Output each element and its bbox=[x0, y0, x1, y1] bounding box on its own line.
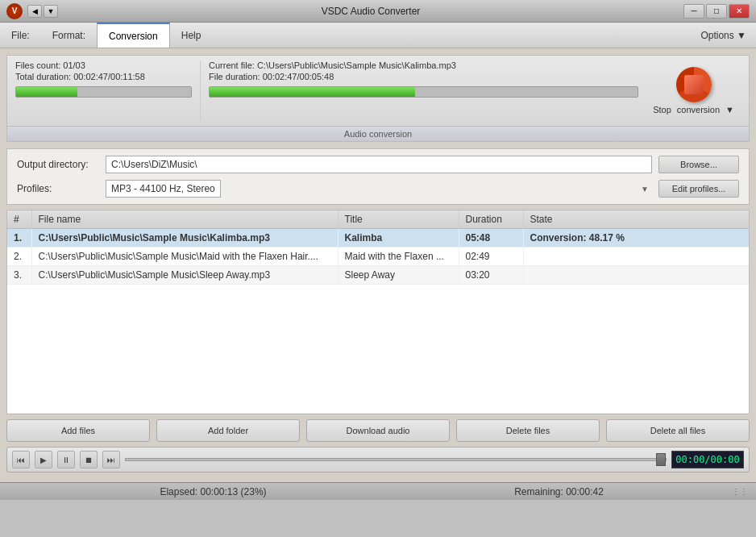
cell-filename: C:\Users\Public\Music\Sample Music\Sleep… bbox=[31, 266, 338, 285]
cell-state bbox=[523, 248, 749, 266]
window-controls: ─ □ ✕ bbox=[683, 4, 750, 19]
title-bar: V ◀ ▼ VSDC Audio Converter ─ □ ✕ bbox=[0, 0, 756, 23]
menu-item-help[interactable]: Help bbox=[170, 23, 213, 48]
output-dir-row: Output directory: Browse... bbox=[17, 156, 739, 173]
quick-access-dropdown[interactable]: ▼ bbox=[44, 5, 58, 18]
file-progress-fill bbox=[210, 87, 415, 97]
info-bar: Files count: 01/03 Total duration: 00:02… bbox=[6, 55, 750, 127]
cell-num: 1. bbox=[7, 229, 31, 248]
file-progress-container bbox=[209, 86, 638, 98]
cell-duration: 03:20 bbox=[459, 266, 523, 285]
col-header-title: Title bbox=[338, 210, 459, 229]
cell-title: Maid with the Flaxen ... bbox=[338, 248, 459, 266]
cell-title: Kalimba bbox=[338, 229, 459, 248]
table-row[interactable]: 1. C:\Users\Public\Music\Sample Music\Ka… bbox=[7, 229, 749, 248]
table-body: 1. C:\Users\Public\Music\Sample Music\Ka… bbox=[7, 229, 749, 414]
info-center: Current file: C:\Users\Public\Music\Samp… bbox=[201, 60, 646, 121]
menu-item-format[interactable]: Format: bbox=[41, 23, 97, 48]
cell-num: 2. bbox=[7, 248, 31, 266]
current-file-label: Current file: C:\Users\Public\Music\Samp… bbox=[209, 60, 638, 70]
select-arrow-icon: ▼ bbox=[641, 185, 649, 194]
output-dir-label: Output directory: bbox=[17, 159, 106, 170]
playback-bar: ⏮ ▶ ⏸ ⏹ ⏭ 00:00/00:00 bbox=[6, 447, 750, 472]
quick-access: ◀ ▼ bbox=[27, 5, 58, 18]
resize-grip[interactable]: ⋮⋮ bbox=[732, 487, 748, 496]
menu-item-file[interactable]: File: bbox=[0, 23, 41, 48]
profiles-select-wrapper: MP3 - 44100 Hz, Stereo ▼ bbox=[106, 180, 652, 198]
file-duration-label: File duration: 00:02:47/00:05:48 bbox=[209, 72, 638, 81]
stop-button[interactable]: ⏹ bbox=[80, 451, 98, 468]
forward-button[interactable]: ⏭ bbox=[102, 451, 120, 468]
menu-bar: File: Format: Conversion Help Options ▼ bbox=[0, 23, 756, 48]
seek-bar[interactable] bbox=[125, 458, 667, 461]
form-area: Output directory: Browse... Profiles: MP… bbox=[6, 148, 750, 205]
options-button[interactable]: Options ▼ bbox=[691, 27, 756, 44]
table-header: # File name Title Duration State bbox=[7, 210, 749, 229]
cell-duration: 05:48 bbox=[459, 229, 523, 248]
add-folder-button[interactable]: Add folder bbox=[156, 419, 300, 442]
edit-profiles-button[interactable]: Edit profiles... bbox=[658, 180, 739, 198]
delete-all-files-button[interactable]: Delete all files bbox=[606, 419, 750, 442]
cell-filename: C:\Users\Public\Music\Sample Music\Maid … bbox=[31, 248, 338, 266]
col-header-duration: Duration bbox=[459, 210, 523, 229]
info-left: Files count: 01/03 Total duration: 00:02… bbox=[15, 60, 201, 121]
stop-conversion-button[interactable]: Stop conversion ▼ bbox=[650, 64, 737, 118]
col-header-num: # bbox=[7, 210, 31, 229]
cell-num: 3. bbox=[7, 266, 31, 285]
profiles-label: Profiles: bbox=[17, 183, 106, 194]
menu-item-conversion[interactable]: Conversion bbox=[97, 23, 170, 48]
files-count-label: Files count: 01/03 bbox=[15, 60, 192, 70]
browse-button[interactable]: Browse... bbox=[658, 156, 739, 173]
add-files-button[interactable]: Add files bbox=[6, 419, 150, 442]
status-bar: Elapsed: 00:00:13 (23%) Remaining: 00:00… bbox=[0, 482, 756, 500]
col-header-filename: File name bbox=[31, 210, 338, 229]
cell-state: Conversion: 48.17 % bbox=[523, 229, 749, 248]
files-table-container: # File name Title Duration State 1. C:\U… bbox=[6, 210, 750, 414]
table-row[interactable]: 3. C:\Users\Public\Music\Sample Music\Sl… bbox=[7, 266, 749, 285]
maximize-button[interactable]: □ bbox=[706, 4, 727, 19]
cell-state bbox=[523, 266, 749, 285]
download-audio-button[interactable]: Download audio bbox=[306, 419, 450, 442]
minimize-button[interactable]: ─ bbox=[683, 4, 704, 19]
title-bar-left: V ◀ ▼ bbox=[6, 3, 58, 19]
remaining-label: Remaining: 00:00:42 bbox=[386, 486, 732, 497]
elapsed-label: Elapsed: 00:00:13 (23%) bbox=[40, 486, 386, 497]
output-dir-input[interactable] bbox=[106, 156, 652, 173]
profiles-select[interactable]: MP3 - 44100 Hz, Stereo bbox=[106, 180, 221, 198]
file-progress-bg bbox=[209, 86, 638, 98]
files-table: # File name Title Duration State 1. C:\U… bbox=[7, 210, 749, 414]
col-header-state: State bbox=[523, 210, 749, 229]
app-icon: V bbox=[6, 3, 23, 19]
bottom-buttons: Add files Add folder Download audio Dele… bbox=[6, 419, 750, 442]
cell-duration: 02:49 bbox=[459, 248, 523, 266]
total-progress-fill bbox=[16, 87, 77, 97]
play-button[interactable]: ▶ bbox=[35, 451, 52, 468]
time-display: 00:00/00:00 bbox=[671, 451, 744, 468]
stop-conversion-area[interactable]: Stop conversion ▼ bbox=[646, 60, 741, 121]
profiles-row: Profiles: MP3 - 44100 Hz, Stereo ▼ Edit … bbox=[17, 180, 739, 198]
delete-files-button[interactable]: Delete files bbox=[456, 419, 600, 442]
total-progress-bg bbox=[15, 86, 192, 98]
total-progress-container bbox=[15, 86, 192, 98]
rewind-button[interactable]: ⏮ bbox=[12, 451, 30, 468]
cell-filename: C:\Users\Public\Music\Sample Music\Kalim… bbox=[31, 229, 338, 248]
window-title: VSDC Audio Converter bbox=[322, 6, 421, 17]
audio-conversion-bar: Audio conversion bbox=[6, 127, 750, 142]
table-row[interactable]: 2. C:\Users\Public\Music\Sample Music\Ma… bbox=[7, 248, 749, 266]
pause-button[interactable]: ⏸ bbox=[57, 451, 75, 468]
stop-icon bbox=[676, 67, 712, 102]
main-content: Files count: 01/03 Total duration: 00:02… bbox=[0, 48, 756, 482]
cell-title: Sleep Away bbox=[338, 266, 459, 285]
seek-thumb[interactable] bbox=[656, 453, 666, 466]
quick-access-back[interactable]: ◀ bbox=[27, 5, 42, 18]
table-empty-row bbox=[7, 285, 749, 414]
stop-label: Stop conversion ▼ bbox=[653, 105, 734, 114]
close-button[interactable]: ✕ bbox=[729, 4, 750, 19]
total-duration-label: Total duration: 00:02:47/00:11:58 bbox=[15, 72, 192, 81]
